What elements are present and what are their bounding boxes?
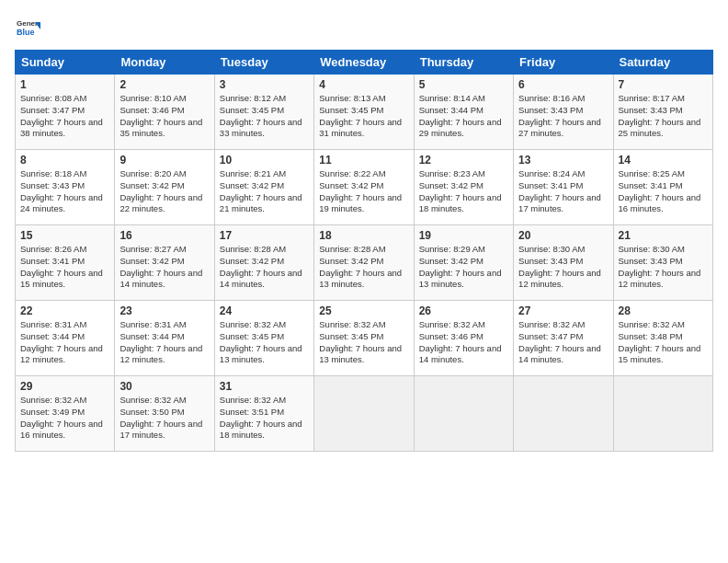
day-info: Sunrise: 8:32 AMSunset: 3:51 PMDaylight:… [220, 395, 309, 442]
day-info: Sunrise: 8:31 AMSunset: 3:44 PMDaylight:… [119, 319, 209, 366]
day-info: Sunrise: 8:08 AMSunset: 3:47 PMDaylight:… [20, 93, 109, 140]
day-number: 20 [518, 229, 608, 242]
weekday-header: Monday [115, 51, 214, 75]
logo-icon: General Blue [15, 15, 40, 40]
calendar-day-cell: 12 Sunrise: 8:23 AMSunset: 3:42 PMDaylig… [414, 150, 513, 225]
day-number: 24 [220, 304, 309, 317]
calendar-day-cell: 28 Sunrise: 8:32 AMSunset: 3:48 PMDaylig… [613, 301, 712, 376]
day-number: 15 [20, 229, 109, 242]
calendar-week-row: 29 Sunrise: 8:32 AMSunset: 3:49 PMDaylig… [16, 376, 713, 452]
day-info: Sunrise: 8:28 AMSunset: 3:42 PMDaylight:… [220, 244, 309, 291]
day-number: 14 [619, 154, 708, 167]
weekday-header: Sunday [16, 51, 115, 75]
calendar-day-cell [314, 376, 414, 452]
calendar-day-cell: 25 Sunrise: 8:32 AMSunset: 3:45 PMDaylig… [314, 301, 414, 376]
day-info: Sunrise: 8:18 AMSunset: 3:43 PMDaylight:… [20, 168, 109, 215]
day-number: 9 [119, 154, 209, 167]
day-number: 23 [119, 304, 209, 317]
calendar-day-cell: 7 Sunrise: 8:17 AMSunset: 3:43 PMDayligh… [613, 75, 712, 150]
calendar-week-row: 22 Sunrise: 8:31 AMSunset: 3:44 PMDaylig… [16, 301, 713, 376]
day-number: 5 [419, 78, 508, 91]
calendar-day-cell: 18 Sunrise: 8:28 AMSunset: 3:42 PMDaylig… [314, 225, 414, 301]
day-info: Sunrise: 8:16 AMSunset: 3:43 PMDaylight:… [518, 93, 608, 140]
calendar-day-cell: 4 Sunrise: 8:13 AMSunset: 3:45 PMDayligh… [314, 75, 414, 150]
calendar-day-cell [613, 376, 712, 452]
day-info: Sunrise: 8:25 AMSunset: 3:41 PMDaylight:… [619, 168, 708, 215]
day-info: Sunrise: 8:32 AMSunset: 3:48 PMDaylight:… [619, 319, 708, 366]
page-header: General Blue [15, 15, 713, 40]
calendar-day-cell: 11 Sunrise: 8:22 AMSunset: 3:42 PMDaylig… [314, 150, 414, 225]
day-number: 8 [20, 154, 109, 167]
calendar-day-cell: 9 Sunrise: 8:20 AMSunset: 3:42 PMDayligh… [115, 150, 214, 225]
calendar-body: 1 Sunrise: 8:08 AMSunset: 3:47 PMDayligh… [16, 75, 713, 452]
day-number: 25 [319, 304, 408, 317]
calendar-day-cell: 13 Sunrise: 8:24 AMSunset: 3:41 PMDaylig… [514, 150, 613, 225]
calendar-week-row: 1 Sunrise: 8:08 AMSunset: 3:47 PMDayligh… [16, 75, 713, 150]
weekday-header: Saturday [613, 51, 712, 75]
day-number: 1 [20, 78, 109, 91]
calendar-day-cell: 6 Sunrise: 8:16 AMSunset: 3:43 PMDayligh… [514, 75, 613, 150]
calendar-day-cell [514, 376, 613, 452]
day-info: Sunrise: 8:12 AMSunset: 3:45 PMDaylight:… [220, 93, 309, 140]
day-number: 6 [518, 78, 608, 91]
day-number: 27 [518, 304, 608, 317]
day-number: 21 [619, 229, 708, 242]
calendar-day-cell: 24 Sunrise: 8:32 AMSunset: 3:45 PMDaylig… [214, 301, 313, 376]
calendar-week-row: 15 Sunrise: 8:26 AMSunset: 3:41 PMDaylig… [16, 225, 713, 301]
day-number: 28 [619, 304, 708, 317]
day-number: 22 [20, 304, 109, 317]
calendar-day-cell: 19 Sunrise: 8:29 AMSunset: 3:42 PMDaylig… [414, 225, 513, 301]
day-info: Sunrise: 8:10 AMSunset: 3:46 PMDaylight:… [119, 93, 209, 140]
day-number: 26 [419, 304, 508, 317]
day-info: Sunrise: 8:23 AMSunset: 3:42 PMDaylight:… [419, 168, 508, 215]
day-number: 12 [419, 154, 508, 167]
day-number: 30 [119, 380, 209, 393]
day-number: 2 [119, 78, 209, 91]
calendar-day-cell: 22 Sunrise: 8:31 AMSunset: 3:44 PMDaylig… [16, 301, 115, 376]
weekday-header: Thursday [414, 51, 513, 75]
day-number: 11 [319, 154, 408, 167]
day-info: Sunrise: 8:31 AMSunset: 3:44 PMDaylight:… [20, 319, 109, 366]
day-info: Sunrise: 8:28 AMSunset: 3:42 PMDaylight:… [319, 244, 408, 291]
calendar-day-cell: 5 Sunrise: 8:14 AMSunset: 3:44 PMDayligh… [414, 75, 513, 150]
day-info: Sunrise: 8:32 AMSunset: 3:49 PMDaylight:… [20, 395, 109, 442]
calendar-day-cell: 26 Sunrise: 8:32 AMSunset: 3:46 PMDaylig… [414, 301, 513, 376]
day-info: Sunrise: 8:26 AMSunset: 3:41 PMDaylight:… [20, 244, 109, 291]
calendar-day-cell [414, 376, 513, 452]
day-number: 7 [619, 78, 708, 91]
calendar-day-cell: 15 Sunrise: 8:26 AMSunset: 3:41 PMDaylig… [16, 225, 115, 301]
calendar-day-cell: 21 Sunrise: 8:30 AMSunset: 3:43 PMDaylig… [613, 225, 712, 301]
calendar-day-cell: 30 Sunrise: 8:32 AMSunset: 3:50 PMDaylig… [115, 376, 214, 452]
day-info: Sunrise: 8:27 AMSunset: 3:42 PMDaylight:… [119, 244, 209, 291]
day-number: 13 [518, 154, 608, 167]
day-info: Sunrise: 8:32 AMSunset: 3:47 PMDaylight:… [518, 319, 608, 366]
svg-text:Blue: Blue [17, 28, 35, 37]
calendar-day-cell: 14 Sunrise: 8:25 AMSunset: 3:41 PMDaylig… [613, 150, 712, 225]
logo: General Blue [15, 15, 44, 40]
day-number: 29 [20, 380, 109, 393]
day-info: Sunrise: 8:21 AMSunset: 3:42 PMDaylight:… [220, 168, 309, 215]
day-info: Sunrise: 8:32 AMSunset: 3:50 PMDaylight:… [119, 395, 209, 442]
weekday-header: Friday [514, 51, 613, 75]
day-info: Sunrise: 8:14 AMSunset: 3:44 PMDaylight:… [419, 93, 508, 140]
calendar-day-cell: 10 Sunrise: 8:21 AMSunset: 3:42 PMDaylig… [214, 150, 313, 225]
calendar-day-cell: 3 Sunrise: 8:12 AMSunset: 3:45 PMDayligh… [214, 75, 313, 150]
calendar-day-cell: 8 Sunrise: 8:18 AMSunset: 3:43 PMDayligh… [16, 150, 115, 225]
day-info: Sunrise: 8:20 AMSunset: 3:42 PMDaylight:… [119, 168, 209, 215]
day-info: Sunrise: 8:17 AMSunset: 3:43 PMDaylight:… [619, 93, 708, 140]
calendar-day-cell: 27 Sunrise: 8:32 AMSunset: 3:47 PMDaylig… [514, 301, 613, 376]
day-number: 10 [220, 154, 309, 167]
weekday-header: Wednesday [314, 51, 414, 75]
day-info: Sunrise: 8:24 AMSunset: 3:41 PMDaylight:… [518, 168, 608, 215]
calendar-day-cell: 29 Sunrise: 8:32 AMSunset: 3:49 PMDaylig… [16, 376, 115, 452]
day-info: Sunrise: 8:22 AMSunset: 3:42 PMDaylight:… [319, 168, 408, 215]
day-number: 31 [220, 380, 309, 393]
day-number: 3 [220, 78, 309, 91]
day-number: 18 [319, 229, 408, 242]
calendar-day-cell: 17 Sunrise: 8:28 AMSunset: 3:42 PMDaylig… [214, 225, 313, 301]
day-info: Sunrise: 8:32 AMSunset: 3:45 PMDaylight:… [220, 319, 309, 366]
day-info: Sunrise: 8:13 AMSunset: 3:45 PMDaylight:… [319, 93, 408, 140]
day-number: 17 [220, 229, 309, 242]
calendar-table: SundayMondayTuesdayWednesdayThursdayFrid… [15, 50, 713, 452]
day-number: 16 [119, 229, 209, 242]
